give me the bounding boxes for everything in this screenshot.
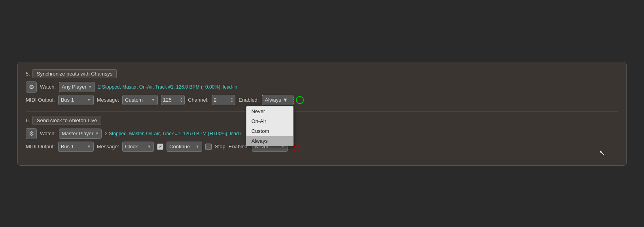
dropdown-item-custom[interactable]: Custom [246,126,293,136]
section-6-midi-value: Bus 1 [61,144,74,149]
dropdown-item-on-air[interactable]: On-Air [246,116,293,126]
divider [26,112,618,112]
section-5-watch-label: Watch: [40,84,56,90]
section-5-channel-spinner[interactable]: ▲ ▼ [230,97,233,103]
dropdown-item-never[interactable]: Never [246,106,293,116]
section-6-row1: ⚙ Watch: Master Player ▼ 2 Stopped, Mast… [26,128,618,139]
section-5-midi-select[interactable]: Bus 1 ▼ [58,95,94,105]
section-6-title-row: 6. Send clock to Ableton Live [26,116,618,125]
section-5-enabled-group: Always ▼ Never On-Air Custom Always [262,95,304,105]
section-5-watch-select[interactable]: Any Player ▼ [59,82,95,92]
section-5-spinner-down[interactable]: ▼ [180,100,183,103]
section-5-number: 5. [26,71,30,77]
section-5-number-input[interactable]: 125 ▲ ▼ [161,95,185,105]
section-6-watch-value: Master Player [62,131,93,136]
section-6-status: 2 Stopped, Master, On-Air, Track #1, 126… [105,131,241,136]
section-6-title: Send clock to Ableton Live [32,116,102,125]
section-5-title: Synchronize beats with Chamsys [32,69,117,78]
section-5-title-row: 5. Synchronize beats with Chamsys [26,69,618,78]
section-5-message-arrow: ▼ [151,98,155,102]
section-6-watch-label: Watch: [40,131,56,136]
section-6-gear-button[interactable]: ⚙ [26,128,37,139]
section-5-watch-value: Any Player [62,84,87,90]
section-5-status-circle [296,96,304,104]
dropdown-item-always[interactable]: Always [246,136,293,146]
section-6-row2: MIDI Output: Bus 1 ▼ Message: Clock ▼ ✓ … [26,142,618,152]
section-6-message-value: Clock [125,144,138,149]
section-6-continue-checkbox[interactable]: ✓ [157,144,163,150]
section-6-midi-label: MIDI Output: [26,144,55,149]
section-6-midi-arrow: ▼ [87,144,91,149]
section-5-message-select[interactable]: Custom ▼ [122,95,158,105]
section-5-watch-arrow: ▼ [88,85,92,89]
section-5-channel-input[interactable]: 2 ▲ ▼ [212,95,235,105]
section-5-midi-arrow: ▼ [87,98,91,102]
section-6-continue-arrow: ▼ [195,144,199,149]
section-6-watch-arrow: ▼ [95,131,99,136]
section-5-channel-spinner-down[interactable]: ▼ [230,100,233,103]
section-5-row2: MIDI Output: Bus 1 ▼ Message: Custom ▼ 1… [26,95,618,105]
section-6-message-select[interactable]: Clock ▼ [122,142,154,152]
section-5-enabled-label: Enabled: [239,97,259,103]
section-6-enabled-label: Enabled: [229,144,249,149]
section-5-midi-label: MIDI Output: [26,97,55,103]
section-5-dropdown-menu: Never On-Air Custom Always [246,106,294,146]
section-6-continue-label: Continue [169,144,190,149]
section-5: 5. Synchronize beats with Chamsys ⚙ Watc… [26,69,618,105]
section-5-message-value: Custom [125,97,143,103]
section-6-number: 6. [26,117,30,123]
section-6-message-arrow: ▼ [147,144,151,149]
section-6-stop-checkbox[interactable] [205,144,212,150]
section-6: 6. Send clock to Ableton Live ⚙ Watch: M… [26,116,618,152]
section-6-midi-select[interactable]: Bus 1 ▼ [58,142,94,152]
section-5-gear-button[interactable]: ⚙ [26,81,37,93]
section-6-message-label: Message: [97,144,119,149]
section-6-stop-label: Stop [215,144,225,149]
section-5-midi-value: Bus 1 [61,97,74,103]
section-5-enabled-select[interactable]: Always ▼ [262,95,294,105]
section-6-continue-select[interactable]: Continue ▼ [167,142,202,152]
section-6-watch-select[interactable]: Master Player ▼ [59,129,102,139]
main-panel: 5. Synchronize beats with Chamsys ⚙ Watc… [17,62,627,166]
section-5-enabled-value: Always [265,97,281,103]
section-5-channel-label: Channel: [188,97,208,103]
section-5-row1: ⚙ Watch: Any Player ▼ 2 Stopped, Master,… [26,81,618,93]
section-5-number-value: 125 [163,97,172,103]
section-5-status: 2 Stopped, Master, On-Air, Track #1, 126… [98,84,237,90]
section-5-enabled-arrow: ▼ [283,97,288,103]
section-5-message-label: Message: [97,97,119,103]
section-5-spinner[interactable]: ▲ ▼ [180,97,183,103]
section-5-channel-value: 2 [214,97,216,103]
